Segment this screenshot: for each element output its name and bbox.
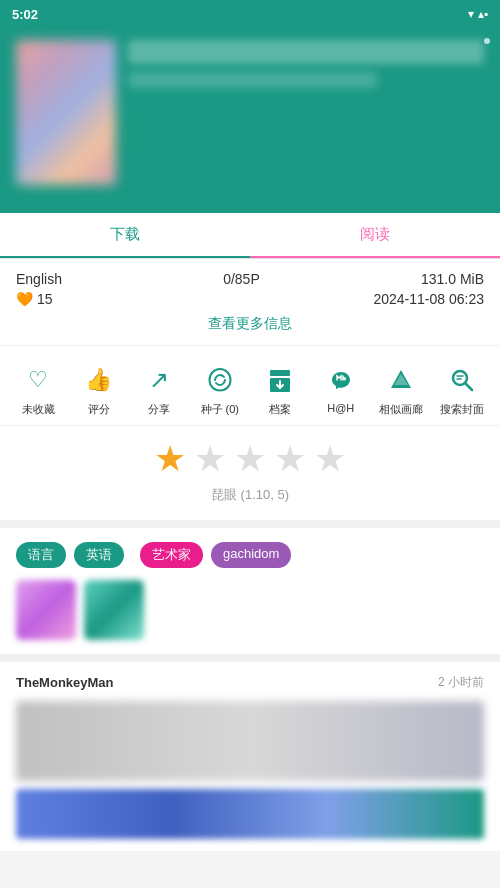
hero-dot bbox=[484, 38, 490, 44]
tag-language[interactable]: 语言 bbox=[16, 542, 66, 568]
tab-download[interactable]: 下载 bbox=[0, 213, 250, 258]
likes-container: 🧡 15 bbox=[16, 291, 53, 307]
action-rate[interactable]: 👍 评分 bbox=[74, 362, 124, 417]
action-hah[interactable]: H@H bbox=[316, 362, 366, 414]
commenter-name: TheMonkeyMan bbox=[16, 675, 114, 690]
wifi-icon: ▾ bbox=[468, 7, 474, 21]
action-similar[interactable]: 相似画廊 bbox=[376, 362, 426, 417]
comment-image-2 bbox=[16, 789, 484, 839]
tab-bar: 下载 阅读 bbox=[0, 213, 500, 259]
archive-label: 档案 bbox=[269, 402, 291, 417]
torrent-label: 种子 (0) bbox=[201, 402, 240, 417]
tag-image-1 bbox=[16, 580, 76, 640]
comment-image-1 bbox=[16, 701, 484, 781]
hero-subtitle-blur bbox=[128, 72, 377, 88]
date-value: 2024-11-08 06:23 bbox=[373, 291, 484, 307]
tag-images bbox=[16, 580, 484, 640]
status-icons: ▾ ▴▪ bbox=[468, 7, 488, 21]
action-torrent[interactable]: 种子 (0) bbox=[195, 362, 245, 417]
action-archive[interactable]: 档案 bbox=[255, 362, 305, 417]
favorite-icon: ♡ bbox=[20, 362, 56, 398]
language-value: English bbox=[16, 271, 62, 287]
info-row-1: English 0/85P 131.0 MiB bbox=[16, 271, 484, 287]
tags-section: 语言 英语 艺术家 gachidom bbox=[0, 528, 500, 662]
action-favorite[interactable]: ♡ 未收藏 bbox=[13, 362, 63, 417]
star-2[interactable]: ★ bbox=[194, 438, 226, 480]
comment-section: TheMonkeyMan 2 小时前 bbox=[0, 662, 500, 851]
hah-label: H@H bbox=[327, 402, 354, 414]
hero-thumbnail bbox=[16, 40, 116, 185]
status-time: 5:02 bbox=[12, 7, 38, 22]
signal-icon: ▴▪ bbox=[478, 7, 488, 21]
star-4[interactable]: ★ bbox=[274, 438, 306, 480]
tag-gachidom[interactable]: gachidom bbox=[211, 542, 291, 568]
action-search-cover[interactable]: 搜索封面 bbox=[437, 362, 487, 417]
star-1[interactable]: ★ bbox=[154, 438, 186, 480]
svg-line-5 bbox=[465, 383, 472, 390]
action-share[interactable]: ↗ 分享 bbox=[134, 362, 184, 417]
hero-info bbox=[128, 40, 484, 88]
heart-icon: 🧡 bbox=[16, 291, 33, 307]
favorite-label: 未收藏 bbox=[22, 402, 55, 417]
tag-image-2 bbox=[84, 580, 144, 640]
tag-artist[interactable]: 艺术家 bbox=[140, 542, 203, 568]
archive-icon bbox=[262, 362, 298, 398]
stars-row: ★ ★ ★ ★ ★ bbox=[0, 438, 500, 480]
rating-info: 琵眼 (1.10, 5) bbox=[0, 486, 500, 504]
hero-banner bbox=[0, 28, 500, 213]
star-3[interactable]: ★ bbox=[234, 438, 266, 480]
search-cover-label: 搜索封面 bbox=[440, 402, 484, 417]
similar-icon bbox=[383, 362, 419, 398]
status-bar: 5:02 ▾ ▴▪ bbox=[0, 0, 500, 28]
tags-row: 语言 英语 艺术家 gachidom bbox=[16, 542, 484, 568]
rate-label: 评分 bbox=[88, 402, 110, 417]
tab-read[interactable]: 阅读 bbox=[250, 213, 500, 258]
tag-english[interactable]: 英语 bbox=[74, 542, 124, 568]
torrent-icon bbox=[202, 362, 238, 398]
more-info-link[interactable]: 查看更多信息 bbox=[16, 315, 484, 333]
svg-rect-0 bbox=[270, 370, 290, 376]
hero-title-blur bbox=[128, 40, 484, 64]
comment-header: TheMonkeyMan 2 小时前 bbox=[16, 674, 484, 691]
action-section: ♡ 未收藏 👍 评分 ↗ 分享 种子 (0) 档案 bbox=[0, 346, 500, 426]
likes-count: 15 bbox=[37, 291, 53, 307]
info-row-2: 🧡 15 2024-11-08 06:23 bbox=[16, 291, 484, 307]
similar-label: 相似画廊 bbox=[379, 402, 423, 417]
pages-value: 0/85P bbox=[223, 271, 260, 287]
comment-time: 2 小时前 bbox=[438, 674, 484, 691]
info-section: English 0/85P 131.0 MiB 🧡 15 2024-11-08 … bbox=[0, 259, 500, 346]
rate-icon: 👍 bbox=[81, 362, 117, 398]
share-icon: ↗ bbox=[141, 362, 177, 398]
rating-section: ★ ★ ★ ★ ★ 琵眼 (1.10, 5) bbox=[0, 426, 500, 528]
star-5[interactable]: ★ bbox=[314, 438, 346, 480]
hah-icon bbox=[323, 362, 359, 398]
share-label: 分享 bbox=[148, 402, 170, 417]
search-cover-icon bbox=[444, 362, 480, 398]
filesize-value: 131.0 MiB bbox=[421, 271, 484, 287]
